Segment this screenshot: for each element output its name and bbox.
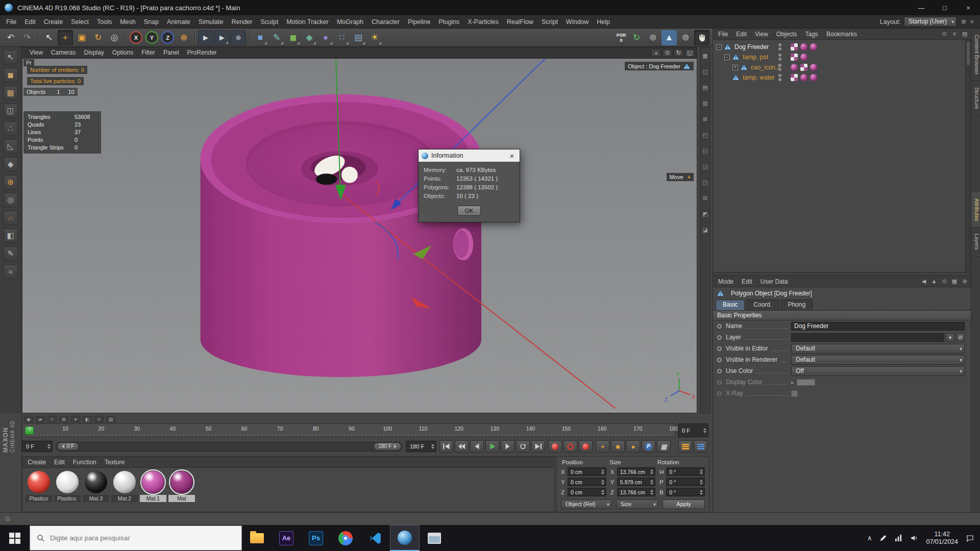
om-menu-bookmarks[interactable]: Bookmarks [822,29,861,40]
om-menu-view[interactable]: View [751,29,772,40]
coord-value-field[interactable]: 13.766 cm [617,488,656,496]
dialog-titlebar[interactable]: Information × [419,149,520,162]
object-item-dog-freeder[interactable]: −Dog Freeder [713,42,971,52]
tab-coord[interactable]: Coord. [746,299,779,310]
clock[interactable]: 11:42 07/01/2024 [926,531,958,546]
spinner-arrows[interactable] [698,480,703,485]
convert-tool-icon[interactable]: ↖ [4,50,18,64]
layout-dropdown[interactable]: Startup (User) [904,17,957,27]
gear-small-icon[interactable]: ⊛ [678,30,693,45]
material-plastico[interactable]: Plastico. [54,471,81,502]
tl-marker-icon[interactable]: ▾ [71,416,80,422]
gear-icon[interactable]: ⊛ [645,30,660,45]
panel-grid-icon[interactable]: ▦ [701,53,709,59]
spinner-arrows[interactable] [698,490,703,495]
scale-tool[interactable]: ▣ [74,30,89,45]
tl-range-icon[interactable]: ◧ [83,416,92,422]
spinner-arrows[interactable] [701,428,706,433]
menu-mesh[interactable]: Mesh [116,16,140,28]
workplane-mode-icon[interactable]: ◫ [4,104,18,118]
frame-field[interactable]: 0 F [22,441,53,452]
taskbar-after-effects[interactable]: Ae [272,525,301,551]
visibility-dots[interactable] [778,74,781,81]
range-end-handle[interactable]: 180 F [374,442,401,450]
attr-menu-user-data[interactable]: User Data [756,276,792,288]
panel-columns-icon[interactable]: ▥ [701,100,709,107]
range-start-handle[interactable]: 0 F [57,442,79,450]
toggle-view-icon[interactable]: ◱ [685,49,695,57]
coord-mode-dropdown[interactable]: Object (Rel) [561,499,612,509]
panel-minus-icon[interactable]: ⊟ [701,195,709,202]
rotate-tool[interactable]: ↻ [90,30,106,45]
spinner-arrows[interactable] [599,490,604,495]
enable-axis-icon[interactable]: ⊕ [4,175,18,189]
coord-value-field[interactable]: 5.979 cm [617,478,656,486]
attr-menu-edit[interactable]: Edit [738,276,756,288]
object-item-tamp-water[interactable]: tamp. water [713,72,971,83]
search-input[interactable] [50,534,218,542]
key-parameter-toggle[interactable]: P [642,440,655,453]
side-tab-structure[interactable]: Structure [971,81,980,116]
texture-mode-icon[interactable]: ▦ [4,86,18,100]
use-color-dropdown[interactable]: Off [791,366,965,376]
menu-motion-tracker[interactable]: Motion Tracker [282,16,333,28]
autokey-button[interactable] [564,440,577,453]
viewport-menu-panel[interactable]: Panel [159,47,183,58]
layout-menu-icon[interactable]: ≡ [968,18,976,25]
play-button[interactable] [485,440,499,453]
expander-icon[interactable]: − [724,55,730,60]
material-tag-icon[interactable] [791,64,798,71]
material-mat[interactable]: Mat [168,471,195,502]
viewport-menu-view[interactable]: View [26,47,47,58]
add-deformer-button[interactable]: ● [318,30,333,45]
menu-select[interactable]: Select [67,16,93,28]
spinner-arrows[interactable] [599,469,604,474]
key-scale-toggle[interactable]: ■ [611,440,625,453]
snap-magnet-icon[interactable]: ∩ [4,211,18,225]
menu-sculpt[interactable]: Sculpt [256,16,282,28]
viewport-3d[interactable]: Y X Z Pr Number of emitters: 0 Total liv… [22,59,697,413]
menu-snap[interactable]: Snap [140,16,163,28]
edges-mode-icon[interactable]: ◺ [4,139,18,154]
object-item-cao-icon-1[interactable]: +cao_icon.1 [713,62,971,72]
points-mode-icon[interactable]: ∴ [4,121,18,136]
spline-pen-button[interactable]: ✎ [269,30,284,45]
coord-value-field[interactable]: 13.766 cm [617,467,656,476]
anim-dot[interactable] [717,369,722,373]
spinner-arrows[interactable] [429,444,434,449]
panel-shade-icon[interactable]: ◩ [701,211,709,217]
coordinate-system-button[interactable]: ⊕ [176,30,191,45]
material-tag-icon[interactable] [800,74,807,81]
taskbar-search[interactable] [30,525,242,550]
paint-tool-icon[interactable]: ✎ [4,246,18,261]
tab-basic[interactable]: Basic [716,299,745,310]
apply-button[interactable]: Apply [663,499,705,509]
panel-rows-icon[interactable]: ▤ [701,84,709,91]
coord-size-dropdown[interactable]: Size [616,499,658,509]
viewport-menu-cameras[interactable]: Cameras [47,47,80,58]
material-tag-icon[interactable] [810,43,817,51]
pan-view-icon[interactable]: + [651,49,661,57]
menu-file[interactable]: File [2,16,20,28]
visible-renderer-dropdown[interactable]: Default [791,355,965,365]
dialog-close-icon[interactable]: × [507,152,517,160]
texture-tag-icon[interactable] [800,64,807,71]
materials-menu-edit[interactable]: Edit [50,456,69,468]
anim-dot[interactable] [717,324,722,329]
material-mat-3[interactable]: Mat.3 [83,471,109,502]
tl-grid-icon[interactable]: ⊞ [59,416,68,422]
side-tab-content-browser[interactable]: Content Browser [971,29,980,81]
coord-value-field[interactable]: 0 ° [666,467,705,476]
panel-dock-icon[interactable]: ◪ [701,227,709,233]
key-rotation-toggle[interactable]: ● [626,440,640,453]
taskbar-cinema4d[interactable] [390,525,420,551]
side-tab-attributes[interactable]: Attributes [971,192,980,228]
timeline-layout-b-icon[interactable] [694,440,707,453]
taskbar-file-explorer[interactable] [242,525,272,551]
tray-pen-icon[interactable] [879,534,887,542]
viewport-display-icon[interactable]: ▲ [662,30,677,45]
key-position-toggle[interactable]: + [596,440,609,453]
texture-tag-icon[interactable] [791,74,798,81]
object-item-tamp-pot[interactable]: −tamp. pot [713,52,971,62]
layer-clear-icon[interactable]: ⊘ [956,333,965,342]
